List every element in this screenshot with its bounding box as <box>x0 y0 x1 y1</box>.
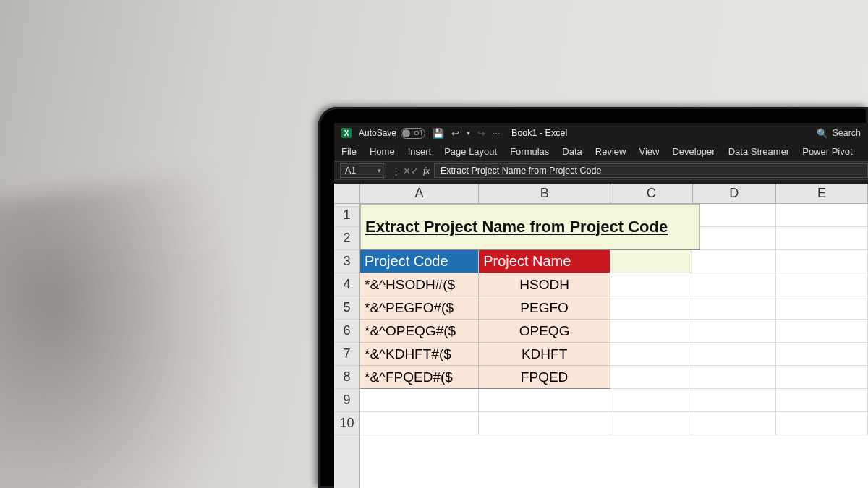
tab-power-pivot[interactable]: Power Pivot <box>802 146 852 157</box>
cells-area[interactable]: Extract Project Name from Project Code <box>360 204 868 488</box>
name-box[interactable]: A1 ▾ <box>340 163 386 178</box>
tab-page-layout[interactable]: Page Layout <box>444 146 497 157</box>
select-all-corner[interactable] <box>334 184 360 204</box>
formula-bar-separator: ⋮ <box>389 166 403 176</box>
row-header[interactable]: 5 <box>334 296 359 320</box>
undo-icon[interactable]: ↩ <box>451 128 459 139</box>
cell[interactable] <box>776 273 868 296</box>
cell[interactable] <box>479 389 610 412</box>
cell[interactable] <box>610 366 692 389</box>
chevron-down-icon[interactable]: ▾ <box>378 167 381 174</box>
autosave-label: AutoSave <box>359 128 396 138</box>
cell[interactable] <box>692 343 775 366</box>
cell[interactable] <box>776 227 868 250</box>
cell-name[interactable]: HSODH <box>479 273 610 296</box>
tab-home[interactable]: Home <box>370 146 395 157</box>
formula-input[interactable]: Extract Project Name from Project Code <box>434 163 868 178</box>
cell[interactable] <box>692 366 775 389</box>
tab-formulas[interactable]: Formulas <box>510 146 549 157</box>
redo-icon[interactable]: ↪ <box>477 128 485 139</box>
tab-view[interactable]: View <box>639 146 659 157</box>
cell[interactable] <box>776 412 868 435</box>
cell[interactable] <box>776 250 868 273</box>
cell-name[interactable]: OPEQG <box>479 320 610 343</box>
ribbon-tabs: File Home Insert Page Layout Formulas Da… <box>334 143 868 161</box>
monitor-bezel: X AutoSave Off 💾 ↩ ▾ ↪ ⋯ Book1 - Excel 🔍… <box>318 107 868 488</box>
tab-developer[interactable]: Developer <box>672 146 715 157</box>
formula-bar: A1 ▾ ⋮ ✕ ✓ fx Extract Project Name from … <box>334 161 868 180</box>
tab-file[interactable]: File <box>341 146 357 157</box>
row-header[interactable]: 9 <box>334 389 359 412</box>
cell[interactable] <box>360 389 479 412</box>
excel-window: X AutoSave Off 💾 ↩ ▾ ↪ ⋯ Book1 - Excel 🔍… <box>334 123 868 488</box>
cell-name[interactable]: PEGFO <box>479 296 610 320</box>
cell[interactable] <box>776 366 868 389</box>
cell[interactable] <box>776 343 868 366</box>
undo-chevron-icon[interactable]: ▾ <box>467 129 470 137</box>
toggle-pill[interactable]: Off <box>401 128 425 139</box>
search-icon: 🔍 <box>817 128 828 139</box>
document-title: Book1 - Excel <box>511 128 567 138</box>
cell-name[interactable]: FPQED <box>479 366 610 389</box>
cell[interactable] <box>776 204 868 227</box>
cell[interactable] <box>610 389 692 412</box>
row-header[interactable]: 6 <box>334 320 359 343</box>
autosave-state: Off <box>414 129 422 137</box>
col-header-d[interactable]: D <box>693 184 776 203</box>
row-header[interactable]: 7 <box>334 343 359 366</box>
cell-code[interactable]: *&^HSODH#($ <box>360 273 479 296</box>
cell[interactable] <box>692 227 775 250</box>
cell[interactable] <box>692 320 775 343</box>
col-header-b[interactable]: B <box>479 184 610 203</box>
cell[interactable] <box>610 296 692 320</box>
cell[interactable] <box>776 296 868 320</box>
cell[interactable] <box>360 412 479 435</box>
cell[interactable] <box>610 343 692 366</box>
row-header[interactable]: 10 <box>334 412 359 435</box>
col-header-c[interactable]: C <box>610 184 692 203</box>
table-header-code[interactable]: Project Code <box>360 250 479 273</box>
table-header-name[interactable]: Project Name <box>479 250 610 273</box>
search-box[interactable]: 🔍 Search <box>817 128 861 139</box>
save-icon[interactable]: 💾 <box>433 128 444 139</box>
cell[interactable] <box>692 250 775 273</box>
tab-data-streamer[interactable]: Data Streamer <box>728 146 790 157</box>
cell[interactable] <box>692 412 775 435</box>
cancel-icon[interactable]: ✕ <box>403 166 411 176</box>
cell[interactable] <box>610 320 692 343</box>
cell[interactable] <box>610 412 692 435</box>
cell[interactable] <box>776 320 868 343</box>
cell[interactable] <box>692 273 775 296</box>
cell-code[interactable]: *&^PEGFO#($ <box>360 296 479 320</box>
row-header[interactable]: 8 <box>334 366 359 389</box>
cell[interactable] <box>692 204 775 227</box>
name-box-value: A1 <box>345 166 356 176</box>
cell[interactable] <box>610 250 692 273</box>
fx-icon[interactable]: fx <box>419 166 434 176</box>
cell[interactable] <box>610 273 692 296</box>
row-header[interactable]: 1 <box>334 204 359 227</box>
autosave-toggle[interactable]: AutoSave Off <box>359 128 425 139</box>
cell-name[interactable]: KDHFT <box>479 343 610 366</box>
tab-data[interactable]: Data <box>562 146 582 157</box>
col-header-a[interactable]: A <box>360 184 479 203</box>
cell-code[interactable]: *&^OPEQG#($ <box>360 320 479 343</box>
enter-icon[interactable]: ✓ <box>411 166 419 176</box>
ambient-shadow <box>0 168 270 488</box>
cell[interactable] <box>479 412 610 435</box>
qat-overflow-icon[interactable]: ⋯ <box>493 129 500 137</box>
cell-code[interactable]: *&^FPQED#($ <box>360 366 479 389</box>
row-header[interactable]: 3 <box>334 250 359 273</box>
row-header[interactable]: 4 <box>334 273 359 296</box>
cell[interactable] <box>692 296 775 320</box>
cell-code[interactable]: *&^KDHFT#($ <box>360 343 479 366</box>
merged-title-cell[interactable]: Extract Project Name from Project Code <box>360 204 700 250</box>
cell[interactable] <box>692 389 775 412</box>
row-headers: 1 2 3 4 5 6 7 8 9 10 <box>334 204 360 488</box>
row-header[interactable]: 2 <box>334 227 359 250</box>
tab-review[interactable]: Review <box>595 146 626 157</box>
tab-insert[interactable]: Insert <box>408 146 432 157</box>
worksheet-grid[interactable]: A B C D E 1 2 3 4 5 6 7 8 9 10 Extract P… <box>334 184 868 488</box>
col-header-e[interactable]: E <box>776 184 868 203</box>
cell[interactable] <box>776 389 868 412</box>
